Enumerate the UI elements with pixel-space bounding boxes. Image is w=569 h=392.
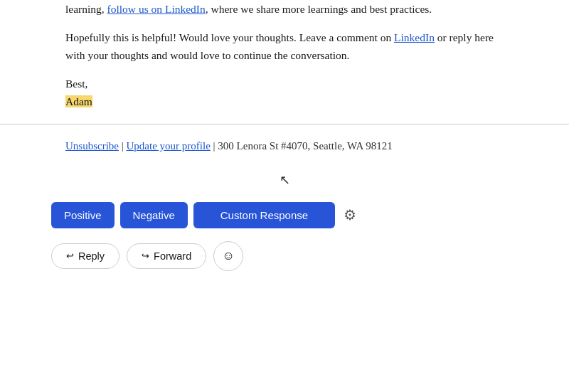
footer-section: Unsubscribe | Update your profile | 300 … [0, 137, 569, 154]
mouse-cursor: ↖ [280, 173, 290, 187]
action-buttons-area: Positive Negative Custom Response ⚙ [0, 202, 569, 228]
author-name: Adam [65, 95, 92, 107]
gear-icon: ⚙ [344, 207, 356, 223]
reply-button[interactable]: ↩ Reply [51, 243, 119, 269]
emoji-button[interactable]: ☺ [213, 241, 243, 271]
sign-off-text: Best, [65, 78, 87, 90]
reply-forward-area: ↩ Reply ↪ Forward ☺ [0, 241, 569, 271]
reply-arrow-icon: ↩ [66, 250, 74, 261]
emoji-icon: ☺ [223, 249, 235, 263]
custom-response-button[interactable]: Custom Response [193, 202, 335, 228]
top-paragraph: learning, follow us on LinkedIn, where w… [65, 0, 504, 18]
update-profile-link[interactable]: Update your profile [127, 140, 211, 152]
footer-links: Unsubscribe | Update your profile | 300 … [65, 137, 504, 154]
settings-button[interactable]: ⚙ [341, 203, 359, 226]
forward-arrow-icon: ↪ [142, 250, 149, 261]
unsubscribe-link[interactable]: Unsubscribe [65, 140, 119, 152]
linkedin-link-middle[interactable]: LinkedIn [394, 31, 435, 43]
negative-button[interactable]: Negative [120, 202, 188, 228]
cursor-area: ↖ [0, 164, 569, 202]
positive-button[interactable]: Positive [51, 202, 115, 228]
sign-off: Best, Adam [65, 75, 504, 111]
middle-paragraph: Hopefully this is helpful! Would love yo… [65, 28, 504, 65]
linkedin-link-top[interactable]: follow us on LinkedIn [107, 3, 206, 15]
reply-label: Reply [78, 250, 105, 262]
pipe-separator: | [122, 140, 127, 152]
email-divider [0, 124, 569, 125]
forward-label: Forward [154, 250, 191, 262]
address-text: | 300 Lenora St #4070, Seattle, WA 98121 [213, 140, 393, 152]
forward-button[interactable]: ↪ Forward [127, 243, 206, 269]
